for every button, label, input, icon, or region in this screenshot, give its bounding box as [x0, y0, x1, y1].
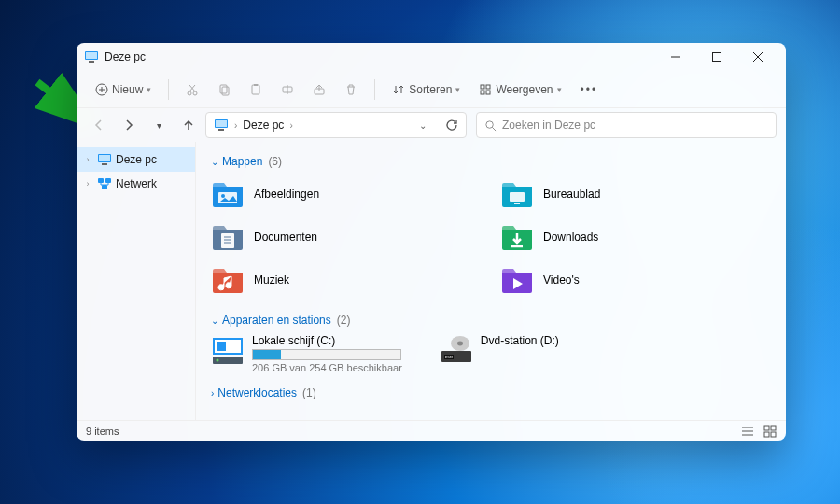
- minimize-button[interactable]: [655, 43, 696, 71]
- folder-label: Downloads: [543, 231, 598, 244]
- svg-rect-23: [486, 85, 490, 89]
- rename-button[interactable]: [273, 75, 301, 105]
- maximize-button[interactable]: [696, 43, 737, 71]
- svg-rect-32: [99, 155, 110, 161]
- this-pc-icon: [97, 152, 112, 167]
- section-title: Apparaten en stations: [222, 314, 331, 327]
- videos-folder-icon: [500, 265, 534, 295]
- close-button[interactable]: [737, 43, 778, 71]
- svg-rect-27: [216, 120, 227, 127]
- chevron-down-icon[interactable]: ⌄: [419, 120, 427, 131]
- section-devices-header[interactable]: ⌄ Apparaten en stations (2): [211, 314, 771, 327]
- chevron-down-icon: ▾: [147, 85, 151, 94]
- copy-button[interactable]: [210, 75, 238, 105]
- svg-rect-59: [764, 426, 769, 430]
- cut-icon: [186, 83, 199, 96]
- documents-folder-icon: [211, 222, 245, 252]
- chevron-down-icon: ▾: [157, 120, 161, 131]
- expand-icon[interactable]: ›: [82, 179, 93, 189]
- section-title: Netwerklocaties: [217, 386, 297, 399]
- back-button[interactable]: [86, 112, 112, 138]
- paste-button[interactable]: [242, 75, 270, 105]
- drive-item[interactable]: DVDDvd-station (D:): [440, 334, 559, 373]
- folder-item[interactable]: Muziek: [211, 261, 482, 299]
- share-icon: [313, 83, 326, 96]
- paste-icon: [249, 83, 262, 96]
- new-button[interactable]: Nieuw ▾: [88, 75, 159, 105]
- up-button[interactable]: [175, 112, 202, 138]
- sidebar-item-this-pc[interactable]: › Deze pc: [77, 147, 195, 172]
- downloads-folder-icon: [500, 222, 534, 252]
- navigation-row: ▾ › Deze pc › ⌄ Zoeken in Deze pc: [77, 108, 786, 142]
- svg-rect-41: [221, 233, 234, 248]
- folder-label: Muziek: [254, 273, 289, 287]
- section-network-header[interactable]: › Netwerklocaties (1): [211, 386, 771, 399]
- sort-label: Sorteren: [409, 83, 452, 96]
- svg-rect-3: [89, 61, 94, 63]
- delete-button[interactable]: [337, 75, 365, 105]
- folder-item[interactable]: Afbeeldingen: [211, 175, 482, 213]
- folder-item[interactable]: Video's: [500, 261, 771, 299]
- desktop-folder-icon: [500, 179, 534, 209]
- svg-rect-25: [486, 91, 490, 94]
- section-count: (6): [268, 155, 282, 168]
- folder-label: Documenten: [254, 231, 317, 244]
- folder-label: Bureaublad: [543, 188, 600, 201]
- svg-rect-40: [514, 203, 520, 204]
- svg-rect-48: [217, 342, 226, 351]
- new-label: Nieuw: [112, 83, 143, 96]
- chevron-right-icon: ›: [289, 120, 292, 131]
- titlebar[interactable]: Deze pc: [77, 43, 786, 71]
- svg-point-11: [188, 91, 191, 95]
- details-view-icon[interactable]: [741, 425, 754, 438]
- chevron-right-icon: ›: [211, 388, 214, 399]
- svg-point-38: [221, 194, 225, 198]
- folder-item[interactable]: Bureaublad: [500, 175, 771, 213]
- share-button[interactable]: [305, 75, 333, 105]
- svg-point-50: [217, 359, 219, 362]
- toolbar: Nieuw ▾ Sorteren ▾ Weergeven ▾ •••: [77, 71, 786, 108]
- section-folders-header[interactable]: ⌄ Mappen (6): [211, 155, 771, 168]
- sidebar-item-label: Deze pc: [116, 153, 157, 166]
- cut-button[interactable]: [178, 75, 206, 105]
- drive-item[interactable]: Lokale schijf (C:)206 GB van 254 GB besc…: [211, 334, 402, 373]
- this-pc-icon: [84, 49, 99, 64]
- forward-button[interactable]: [116, 112, 142, 138]
- svg-rect-15: [220, 85, 227, 93]
- file-explorer-window: Deze pc Nieuw ▾ Sorteren ▾ Weergeven: [77, 43, 786, 441]
- sidebar-item-network[interactable]: › Netwerk: [77, 172, 195, 196]
- folder-item[interactable]: Downloads: [500, 218, 771, 256]
- folder-item[interactable]: Documenten: [211, 218, 482, 256]
- view-button[interactable]: Weergeven ▾: [471, 75, 568, 105]
- svg-rect-5: [713, 53, 721, 62]
- address-bar[interactable]: › Deze pc › ⌄: [205, 112, 467, 138]
- more-button[interactable]: •••: [573, 75, 606, 105]
- sort-button[interactable]: Sorteren ▾: [385, 75, 468, 105]
- section-title: Mappen: [222, 155, 262, 168]
- toolbar-divider: [168, 79, 169, 100]
- drive-usage-bar: [252, 349, 401, 360]
- breadcrumb[interactable]: Deze pc: [243, 119, 284, 132]
- chevron-down-icon: ⌄: [211, 157, 218, 167]
- svg-rect-17: [252, 85, 259, 94]
- tiles-view-icon[interactable]: [763, 425, 777, 438]
- copy-icon: [217, 83, 231, 96]
- section-count: (1): [302, 386, 316, 399]
- expand-icon[interactable]: ›: [82, 155, 93, 164]
- svg-rect-62: [771, 432, 776, 437]
- svg-rect-33: [102, 163, 107, 165]
- sidebar-item-label: Netwerk: [116, 177, 157, 190]
- chevron-down-icon: ▾: [557, 85, 562, 94]
- section-count: (2): [337, 314, 351, 327]
- svg-rect-2: [86, 52, 97, 59]
- rename-icon: [281, 83, 294, 96]
- folder-label: Afbeeldingen: [254, 188, 319, 201]
- search-input[interactable]: Zoeken in Deze pc: [476, 112, 777, 138]
- svg-point-29: [486, 120, 493, 127]
- refresh-icon[interactable]: [445, 119, 458, 132]
- svg-rect-24: [481, 91, 484, 94]
- recent-button[interactable]: ▾: [146, 112, 172, 138]
- svg-rect-34: [98, 178, 104, 183]
- svg-rect-60: [771, 426, 776, 430]
- hdd-icon: [211, 334, 245, 368]
